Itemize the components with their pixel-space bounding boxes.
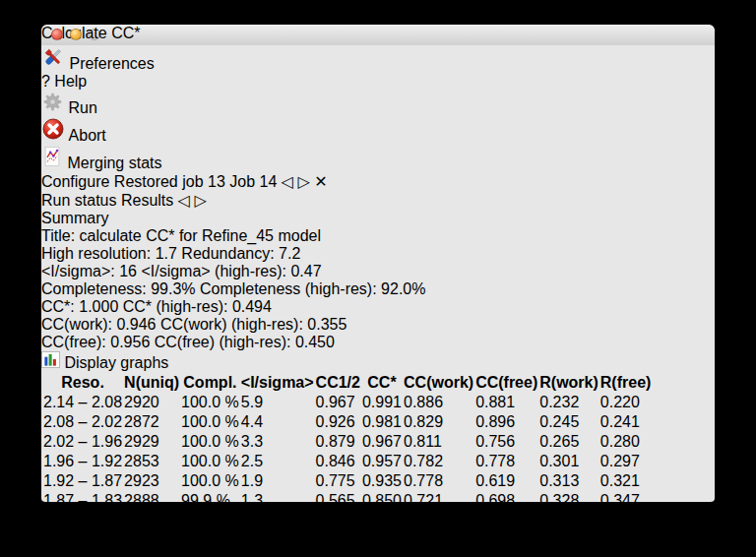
table-cell: 1.87 – 1.83	[43, 492, 122, 502]
table-cell: 1.9	[241, 472, 314, 490]
table-cell: 0.846	[316, 453, 360, 470]
stat-label: High resolution:	[41, 245, 151, 262]
preferences-tools-icon	[41, 55, 69, 72]
window-title: Calculate CC*	[41, 25, 715, 42]
stat-label: CC(free) (high-res):	[155, 334, 291, 350]
toolbar-item-label: Preferences	[69, 55, 154, 72]
abort-button[interactable]: Abort	[41, 117, 715, 145]
toolbar: Preferences ? Help Run	[41, 45, 715, 172]
table-cell: 0.896	[475, 413, 537, 431]
table-cell: 0.775	[316, 472, 360, 490]
table-row[interactable]: 1.92 – 1.872923100.0 %1.90.7750.9350.778…	[43, 472, 651, 490]
merging-stats-chart-icon	[41, 155, 67, 171]
table-cell: 0.881	[475, 394, 537, 411]
table-row[interactable]: 1.87 – 1.83288899.9 %1.30.5650.8500.7210…	[43, 492, 651, 502]
tab-restored-job-13[interactable]: Restored job 13	[114, 173, 225, 190]
table-cell: 0.241	[600, 413, 652, 431]
tab-job-14[interactable]: Job 14	[229, 173, 277, 190]
table-column-header: N(uniq)	[124, 374, 179, 392]
results-panel: Title: calculate CC* for Refine_45 model…	[41, 227, 715, 502]
result-tab-bar: Run status Results ◁ ▷	[41, 191, 715, 210]
table-column-header: CC(free)	[475, 374, 537, 392]
table-column-header: CC*	[362, 374, 402, 392]
table-cell: 99.9 %	[181, 492, 239, 502]
subtab-scroll-left-icon[interactable]: ◁	[178, 192, 190, 209]
app-window: Calculate CC* Preferences ? H	[41, 25, 715, 502]
tab-results[interactable]: Results	[121, 192, 173, 209]
stat-value: 0.494	[232, 298, 272, 315]
table-cell: 0.829	[404, 413, 473, 431]
stat-label: Completeness (high-res):	[200, 280, 377, 297]
table-cell: 0.328	[539, 492, 598, 502]
tab-run-status[interactable]: Run status	[41, 192, 116, 209]
display-graphs-button[interactable]: Display graphs	[41, 351, 715, 372]
tab-scroll-left-icon[interactable]: ◁	[282, 173, 293, 190]
stat-label: CC(work):	[41, 316, 112, 333]
table-cell: 0.850	[362, 492, 402, 502]
stat-label: CC(work) (high-res):	[160, 316, 303, 333]
table-row[interactable]: 2.08 – 2.022872100.0 %4.40.9260.9810.829…	[43, 413, 651, 431]
table-cell: 0.220	[600, 394, 652, 411]
toolbar-item-label: Help	[54, 73, 87, 90]
table-cell: 0.245	[539, 413, 598, 431]
subtab-scroll-right-icon[interactable]: ▷	[195, 192, 207, 209]
stat-label: CC* (high-res):	[123, 298, 228, 315]
table-cell: 0.778	[475, 453, 537, 470]
table-cell: 100.0 %	[181, 394, 239, 411]
table-cell: 0.886	[404, 394, 473, 411]
stat-label: Redundancy:	[181, 245, 274, 262]
stat-value: 0.47	[290, 263, 321, 279]
minimize-window-button[interactable]	[70, 29, 82, 40]
zoom-window-button[interactable]	[89, 29, 100, 40]
table-cell: 0.321	[600, 472, 652, 490]
stat-value: 7.2	[279, 245, 300, 262]
stat-label: CC*:	[41, 298, 75, 315]
table-row[interactable]: 2.02 – 1.962929100.0 %3.30.8790.9670.811…	[43, 433, 651, 451]
tab-scroll-right-icon[interactable]: ▷	[298, 173, 310, 190]
stat-value: 1.7	[156, 245, 177, 262]
table-row[interactable]: 1.96 – 1.922853100.0 %2.50.8460.9570.782…	[43, 453, 651, 470]
table-cell: 100.0 %	[181, 413, 239, 431]
stat-value: 16	[119, 263, 137, 279]
display-graphs-label: Display graphs	[64, 354, 168, 371]
toolbar-item-label: Abort	[69, 127, 106, 144]
table-cell: 0.698	[475, 492, 537, 502]
close-window-button[interactable]	[51, 29, 63, 40]
stat-value: 99.3%	[151, 280, 195, 297]
merging-stats-button[interactable]: Merging stats	[41, 145, 715, 172]
results-table-body: 2.14 – 2.082920100.0 %5.90.9670.9910.886…	[43, 394, 651, 502]
title-bar[interactable]: Calculate CC*	[41, 25, 715, 45]
abort-stop-icon	[41, 127, 69, 144]
table-cell: 1.96 – 1.92	[43, 453, 122, 470]
stat-label: Title:	[41, 227, 75, 244]
stat-label: Completeness:	[41, 280, 147, 297]
stat-label: <I/sigma> (high-res):	[141, 263, 286, 279]
bar-chart-icon	[41, 354, 64, 371]
table-cell: 2923	[124, 472, 179, 490]
table-cell: 2.02 – 1.96	[43, 433, 122, 451]
table-cell: 2.08 – 2.02	[43, 413, 122, 431]
table-column-header: R(free)	[600, 374, 652, 392]
table-cell: 4.4	[241, 413, 314, 431]
table-cell: 2929	[124, 433, 179, 451]
table-cell: 0.991	[362, 394, 402, 411]
table-cell: 0.721	[404, 492, 473, 502]
help-button[interactable]: ? Help	[41, 73, 715, 91]
help-question-icon: ?	[41, 73, 50, 90]
tab-close-icon[interactable]: ✕	[314, 173, 327, 190]
table-cell: 1.92 – 1.87	[43, 472, 122, 490]
table-cell: 2888	[124, 492, 179, 502]
table-cell: 2.5	[241, 453, 314, 470]
table-column-header: R(work)	[539, 374, 598, 392]
preferences-button[interactable]: Preferences	[41, 45, 715, 73]
stat-value: 0.946	[116, 316, 156, 333]
stat-value: 92.0%	[381, 280, 425, 297]
table-cell: 0.811	[404, 433, 473, 451]
table-cell: 0.782	[404, 453, 473, 470]
table-cell: 0.232	[539, 394, 598, 411]
stat-value: 0.355	[307, 316, 346, 333]
table-cell: 0.967	[316, 394, 360, 411]
run-button[interactable]: Run	[41, 91, 715, 117]
table-row[interactable]: 2.14 – 2.082920100.0 %5.90.9670.9910.886…	[43, 394, 651, 411]
tab-configure[interactable]: Configure	[41, 173, 109, 190]
